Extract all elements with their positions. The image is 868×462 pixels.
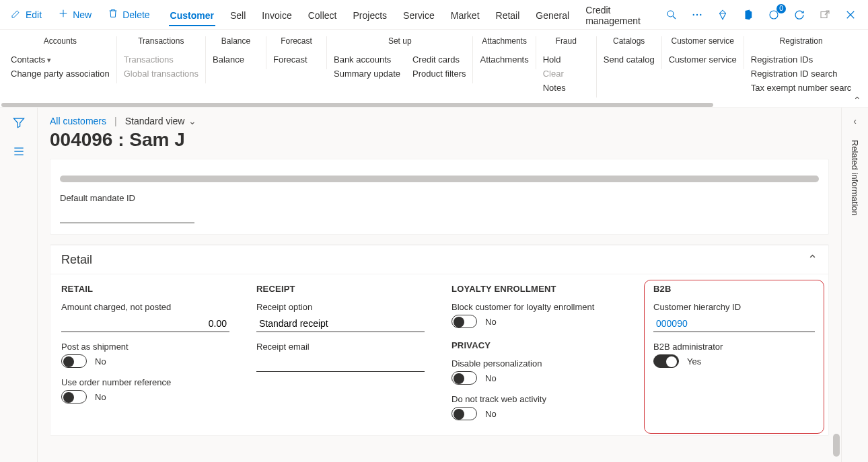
rg-transactions: Transactions xyxy=(124,52,198,67)
ribbon: Accounts Contacts Change party associati… xyxy=(0,30,868,108)
rg-tax-exempt-search[interactable]: Tax exempt number searc xyxy=(751,81,852,95)
receipt-email-label: Receipt email xyxy=(256,342,425,352)
rg-title: Accounts xyxy=(11,36,110,46)
page-title: 004096 : Sam J xyxy=(38,128,841,159)
inline-scrollbar[interactable] xyxy=(60,176,819,182)
tab-general[interactable]: General xyxy=(528,3,577,26)
tab-customer[interactable]: Customer xyxy=(162,3,222,26)
ribbon-group-customer-service: Customer service Customer service xyxy=(662,36,744,69)
app-bar: Edit New Delete Customer Sell Invoice Co… xyxy=(0,0,868,30)
svg-point-3 xyxy=(700,13,701,15)
mandate-input[interactable] xyxy=(60,206,194,223)
related-info-label[interactable]: Related information xyxy=(850,140,860,216)
subheader-retail: RETAIL xyxy=(61,284,229,294)
office-icon[interactable] xyxy=(742,8,755,22)
rg-hold[interactable]: Hold xyxy=(543,52,589,67)
amount-input[interactable] xyxy=(61,315,229,332)
rg-contacts[interactable]: Contacts xyxy=(11,52,110,67)
post-label: Post as shipment xyxy=(61,342,229,352)
rg-product-filters[interactable]: Product filters xyxy=(412,67,466,81)
refresh-icon[interactable] xyxy=(793,8,806,22)
close-icon[interactable] xyxy=(844,8,857,22)
col-loyalty: LOYALTY ENROLLMENT Block customer for lo… xyxy=(451,284,626,430)
rg-change-party[interactable]: Change party association xyxy=(11,67,110,81)
ribbon-group-accounts: Accounts Contacts Change party associati… xyxy=(4,36,117,83)
do-not-track-value: No xyxy=(485,409,497,419)
view-label: Standard view xyxy=(125,116,185,126)
rg-customer-service[interactable]: Customer service xyxy=(669,52,737,67)
rg-send-catalog[interactable]: Send catalog xyxy=(604,52,655,67)
disable-pers-toggle[interactable] xyxy=(451,371,477,385)
rg-balance[interactable]: Balance xyxy=(213,52,259,67)
chevron-up-icon[interactable]: ⌃ xyxy=(853,95,861,106)
col-retail: RETAIL Amount charged, not posted Post a… xyxy=(61,284,229,430)
view-selector[interactable]: Standard view ⌄ xyxy=(125,116,197,126)
new-label: New xyxy=(73,9,92,20)
block-loyalty-toggle[interactable] xyxy=(451,315,477,328)
col-b2b: B2B Customer hierarchy ID B2B administra… xyxy=(653,284,815,430)
svg-point-1 xyxy=(693,13,694,15)
b2b-admin-toggle[interactable] xyxy=(653,354,679,368)
receipt-option-input[interactable] xyxy=(256,315,425,332)
rg-forecast[interactable]: Forecast xyxy=(273,52,320,67)
section-grid: RETAIL Amount charged, not posted Post a… xyxy=(50,274,828,435)
order-ref-label: Use order number reference xyxy=(61,377,229,387)
appbar-right: 0 xyxy=(665,8,864,22)
order-ref-value: No xyxy=(95,392,106,402)
tab-collect[interactable]: Collect xyxy=(300,3,345,26)
svg-rect-5 xyxy=(821,11,827,17)
tab-projects[interactable]: Projects xyxy=(345,3,395,26)
do-not-track-label: Do not track web activity xyxy=(451,394,626,404)
ribbon-group-attachments: Attachments Attachments xyxy=(473,36,536,69)
filter-icon[interactable] xyxy=(12,116,26,131)
tab-sell[interactable]: Sell xyxy=(222,3,254,26)
section-header-retail[interactable]: Retail ⌃ xyxy=(50,245,828,274)
more-icon[interactable] xyxy=(690,8,704,22)
tab-invoice[interactable]: Invoice xyxy=(254,3,299,26)
do-not-track-toggle[interactable] xyxy=(451,407,477,420)
delete-label: Delete xyxy=(122,9,149,20)
rg-title: Attachments xyxy=(480,36,528,46)
chevron-up-icon[interactable]: ⌃ xyxy=(807,252,818,267)
rg-registration-ids[interactable]: Registration IDs xyxy=(751,52,852,67)
tab-retail[interactable]: Retail xyxy=(488,3,528,26)
subheader-loyalty: LOYALTY ENROLLMENT xyxy=(451,284,626,294)
rg-title: Fraud xyxy=(543,36,589,46)
rg-credit-cards[interactable]: Credit cards xyxy=(412,52,466,67)
rg-clear: Clear xyxy=(543,67,589,81)
card-retail: Retail ⌃ RETAIL Amount charged, not post… xyxy=(50,244,829,436)
rg-title: Transactions xyxy=(124,36,198,46)
rg-global-transactions: Global transactions xyxy=(124,67,198,81)
search-icon[interactable] xyxy=(665,8,678,22)
tab-service[interactable]: Service xyxy=(395,3,443,26)
rg-summary-update[interactable]: Summary update xyxy=(334,67,400,81)
content-scrollbar[interactable] xyxy=(833,434,840,457)
rg-notes[interactable]: Notes xyxy=(543,81,589,95)
rg-attachments[interactable]: Attachments xyxy=(480,52,528,67)
tab-credit-management[interactable]: Credit management xyxy=(577,0,665,32)
hierarchy-input[interactable] xyxy=(653,315,815,332)
list-icon[interactable] xyxy=(12,145,26,160)
diamond-icon[interactable] xyxy=(716,8,729,22)
notifications-icon[interactable]: 0 xyxy=(767,8,781,22)
disable-pers-value: No xyxy=(485,373,497,383)
order-ref-toggle[interactable] xyxy=(61,390,87,403)
chevron-left-icon[interactable]: ‹ xyxy=(853,113,857,137)
edit-button[interactable]: Edit xyxy=(4,4,48,25)
new-button[interactable]: New xyxy=(51,4,98,25)
rg-registration-id-search[interactable]: Registration ID search xyxy=(751,67,852,81)
ribbon-group-balance: Balance Balance xyxy=(206,36,266,69)
subheader-receipt: RECEIPT xyxy=(256,284,425,294)
notification-badge: 0 xyxy=(776,4,786,13)
section-title: Retail xyxy=(61,253,92,267)
receipt-email-input[interactable] xyxy=(256,354,425,372)
ribbon-group-setup: Set up Bank accounts Summary update Cred… xyxy=(327,36,473,83)
tab-market[interactable]: Market xyxy=(443,3,488,26)
post-toggle[interactable] xyxy=(61,354,87,368)
delete-button[interactable]: Delete xyxy=(101,4,156,25)
ribbon-group-transactions: Transactions Transactions Global transac… xyxy=(117,36,206,83)
ribbon-scrollbar[interactable] xyxy=(1,103,713,107)
rg-bank-accounts[interactable]: Bank accounts xyxy=(334,52,400,67)
breadcrumb-all-customers[interactable]: All customers xyxy=(50,116,106,126)
popout-icon[interactable] xyxy=(818,8,832,22)
